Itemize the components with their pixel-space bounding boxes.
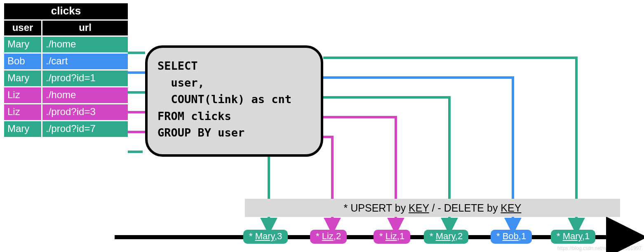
pill-prefix: * — [379, 231, 385, 241]
cell-url: ./home — [42, 87, 128, 103]
timeline-pill-mary-1: * Mary,1 — [551, 230, 595, 244]
upsert-legend: * UPSERT by KEY / - DELETE by KEY — [245, 199, 620, 217]
cell-user: Mary — [4, 71, 41, 86]
cell-url: ./home — [42, 37, 128, 52]
pill-rest: ,1 — [519, 231, 526, 241]
pill-rest: ,3 — [275, 231, 282, 241]
diagram-stage: clicks user url Mary ./home Bob ./cart M… — [0, 0, 644, 252]
pill-name: Mary — [563, 231, 582, 241]
col-header-url: url — [42, 21, 128, 35]
table-title: clicks — [4, 3, 128, 21]
cell-url: ./prod?id=1 — [42, 71, 128, 86]
table-row: Mary ./home — [4, 37, 128, 52]
cell-user: Bob — [4, 54, 41, 69]
timeline-pill-liz-1: * Liz,1 — [374, 230, 410, 244]
table-header: user url — [4, 21, 128, 35]
pill-name: Liz — [322, 231, 334, 241]
sql-query-box: SELECT user, COUNT(link) as cnt FROM cli… — [145, 45, 323, 157]
pill-prefix: * — [496, 231, 503, 241]
timeline-pill-mary-3: * Mary,3 — [243, 230, 288, 244]
table-row: Liz ./home — [4, 87, 128, 103]
table-row: Bob ./cart — [4, 54, 128, 69]
cell-url: ./prod?id=7 — [42, 121, 128, 137]
pill-name: Bob — [503, 231, 519, 241]
cell-user: Liz — [4, 104, 41, 120]
cell-url: ./cart — [42, 54, 128, 69]
cell-user: Mary — [4, 121, 41, 137]
pill-prefix: * — [316, 231, 322, 241]
pill-prefix: * — [430, 231, 436, 241]
table-row: Liz ./prod?id=3 — [4, 104, 128, 120]
table-row: Mary ./prod?id=7 — [4, 121, 128, 137]
pill-rest: ,1 — [582, 231, 590, 241]
pill-rest: ,2 — [334, 231, 341, 241]
pill-rest: ,1 — [397, 231, 404, 241]
table-row: Mary ./prod?id=1 — [4, 71, 128, 86]
pill-name: Mary — [255, 231, 275, 241]
watermark: https://blog.csdn.net/weixin_43661997 — [557, 245, 642, 251]
upsert-key: KEY — [409, 202, 429, 214]
timeline-pill-liz-2: * Liz,2 — [310, 230, 347, 244]
pill-name: Mary — [436, 231, 455, 241]
pill-prefix: * — [249, 231, 255, 241]
delete-mid: / - DELETE by — [429, 202, 501, 214]
pill-name: Liz — [385, 231, 397, 241]
cell-url: ./prod?id=3 — [42, 104, 128, 120]
clicks-table: clicks user url Mary ./home Bob ./cart M… — [4, 3, 128, 137]
delete-key: KEY — [501, 202, 521, 214]
timeline-pill-mary-2: * Mary,2 — [424, 230, 468, 244]
timeline-pill-bob-1: * Bob,1 — [491, 230, 532, 244]
col-header-user: user — [4, 21, 41, 35]
pill-rest: ,2 — [455, 231, 463, 241]
pill-prefix: * — [557, 231, 563, 241]
cell-user: Mary — [4, 37, 41, 52]
cell-user: Liz — [4, 87, 41, 103]
upsert-prefix: * UPSERT by — [344, 202, 409, 214]
